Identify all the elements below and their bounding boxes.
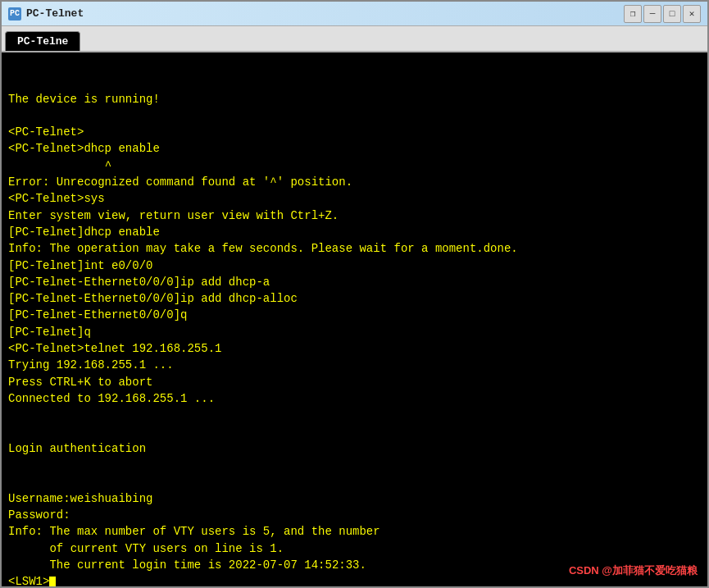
- terminal-line: The device is running!: [8, 91, 701, 107]
- minimize-button[interactable]: ─: [643, 5, 661, 23]
- title-bar: PC PC-Telnet ❐ ─ □ ✕: [2, 2, 707, 26]
- terminal-line: Username:weishuaibing: [8, 490, 701, 507]
- terminal-line: [8, 424, 701, 440]
- title-bar-left: PC PC-Telnet: [8, 7, 84, 21]
- terminal-line: Connected to 192.168.255.1 ...: [8, 390, 701, 407]
- terminal-line: <LSW1>: [8, 573, 701, 586]
- terminal-line: Login authentication: [8, 440, 701, 457]
- terminal-area[interactable]: The device is running!<PC-Telnet><PC-Tel…: [2, 52, 707, 586]
- terminal-line: Info: The max number of VTY users is 5, …: [8, 523, 701, 540]
- tab-bar: PC-Telne: [2, 26, 707, 52]
- terminal-line: [PC-Telnet-Ethernet0/0/0]q: [8, 307, 701, 323]
- terminal-line: ^: [8, 157, 701, 174]
- terminal-line: [PC-Telnet]int e0/0/0: [8, 258, 701, 274]
- main-window: PC PC-Telnet ❐ ─ □ ✕ PC-Telne The device…: [0, 0, 709, 588]
- terminal-line: Error: Unrecognized command found at '^'…: [8, 174, 701, 190]
- terminal-line: Enter system view, return user view with…: [8, 207, 701, 224]
- terminal-line: <PC-Telnet>dhcp enable: [8, 140, 701, 157]
- window-icon: PC: [8, 7, 21, 21]
- title-bar-buttons: ❐ ─ □ ✕: [624, 5, 701, 23]
- terminal-line: [8, 457, 701, 473]
- terminal-line: [PC-Telnet-Ethernet0/0/0]ip add dhcp-a: [8, 274, 701, 290]
- terminal-line: Info: The operation may take a few secon…: [8, 240, 701, 257]
- restore-button[interactable]: ❐: [624, 5, 642, 23]
- terminal-line: <PC-Telnet>sys: [8, 190, 701, 207]
- terminal-line: Password:: [8, 507, 701, 523]
- cursor: [49, 577, 56, 586]
- close-button[interactable]: ✕: [683, 5, 701, 23]
- terminal-line: [PC-Telnet]dhcp enable: [8, 224, 701, 240]
- terminal-line: <PC-Telnet>telnet 192.168.255.1: [8, 340, 701, 357]
- terminal-line: of current VTY users on line is 1.: [8, 540, 701, 557]
- window-title: PC-Telnet: [26, 7, 84, 20]
- terminal-line: Trying 192.168.255.1 ...: [8, 357, 701, 373]
- terminal-line: [8, 107, 701, 124]
- terminal-line: <PC-Telnet>: [8, 124, 701, 140]
- terminal-line: Press CTRL+K to abort: [8, 374, 701, 390]
- maximize-button[interactable]: □: [663, 5, 681, 23]
- terminal-line: [8, 407, 701, 423]
- terminal-line: [8, 473, 701, 490]
- terminal-line: [PC-Telnet-Ethernet0/0/0]ip add dhcp-all…: [8, 290, 701, 307]
- tab-pc-telne[interactable]: PC-Telne: [5, 31, 80, 51]
- terminal-content: The device is running!<PC-Telnet><PC-Tel…: [8, 91, 701, 586]
- terminal-line: The current login time is 2022-07-07 14:…: [8, 557, 701, 573]
- terminal-line: [PC-Telnet]q: [8, 324, 701, 340]
